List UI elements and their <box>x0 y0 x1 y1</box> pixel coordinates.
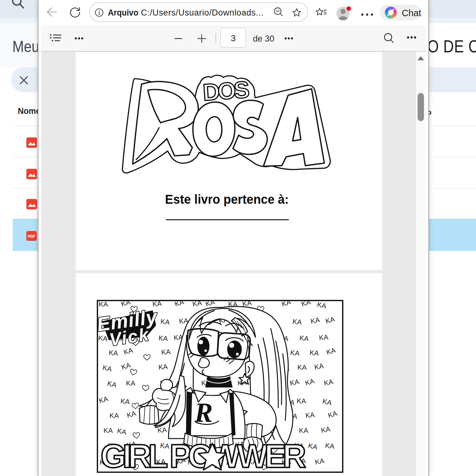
svg-text:PDF: PDF <box>28 234 36 239</box>
svg-text:KA: KA <box>158 362 168 371</box>
svg-text:KA: KA <box>297 397 306 405</box>
svg-text:KA: KA <box>107 379 117 389</box>
svg-text:KA: KA <box>310 316 321 325</box>
svg-text:KA: KA <box>297 363 307 371</box>
svg-text:KA: KA <box>116 426 127 436</box>
svg-text:KA: KA <box>309 348 319 357</box>
svg-text:KA: KA <box>322 397 333 407</box>
svg-text:KA: KA <box>160 317 170 326</box>
svg-text:KA: KA <box>325 346 336 356</box>
svg-text:KA: KA <box>323 378 334 387</box>
svg-text:KA: KA <box>325 441 335 450</box>
svg-text:KA: KA <box>304 377 315 387</box>
svg-text:KA: KA <box>290 348 300 357</box>
svg-text:KA: KA <box>120 397 130 406</box>
svg-text:KA: KA <box>108 348 118 357</box>
svg-text:KA: KA <box>161 347 171 356</box>
svg-text:KA: KA <box>99 300 108 308</box>
svg-text:KA: KA <box>98 395 109 405</box>
svg-text:KA: KA <box>319 333 329 341</box>
svg-text:KA: KA <box>327 409 338 420</box>
svg-text:KA: KA <box>307 441 318 451</box>
svg-text:KA: KA <box>305 411 315 419</box>
svg-text:KA: KA <box>314 457 325 466</box>
svg-text:KA: KA <box>292 317 302 326</box>
svg-text:KA: KA <box>289 378 300 387</box>
svg-text:KA: KA <box>158 334 168 343</box>
svg-text:DOS: DOS <box>202 76 250 106</box>
svg-text:KA: KA <box>299 334 309 343</box>
svg-text:KA: KA <box>126 379 136 387</box>
svg-text:KA: KA <box>103 426 113 434</box>
svg-text:KA: KA <box>102 363 113 373</box>
svg-text:KA: KA <box>109 412 119 420</box>
svg-text:KA: KA <box>299 426 308 434</box>
svg-text:KA: KA <box>120 361 131 371</box>
svg-text:KA: KA <box>126 409 137 420</box>
svg-text:KA: KA <box>314 362 325 371</box>
svg-text:KA: KA <box>324 315 335 325</box>
svg-text:KA: KA <box>321 425 331 434</box>
svg-text:KA: KA <box>316 300 327 310</box>
